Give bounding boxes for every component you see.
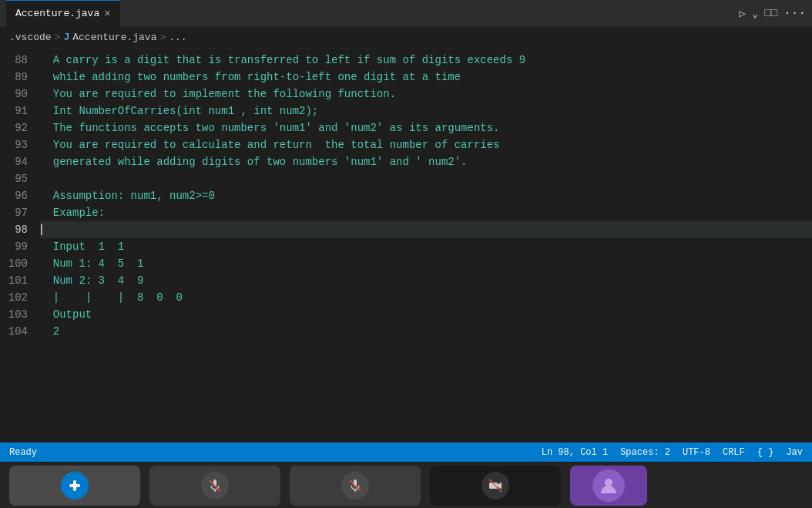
editor-line-100: 100 Num 1: 4 5 1 (0, 255, 812, 272)
line-content-94: generated while adding digits of two num… (40, 153, 468, 170)
tab-label: Accenture.java (15, 8, 99, 19)
editor-line-92: 92 The functions accepts two numbers 'nu… (0, 119, 812, 136)
line-content-100: Num 1: 4 5 1 (40, 255, 143, 272)
more-icon[interactable]: ⌄ (752, 7, 758, 20)
status-bar: Ready Ln 98, Col 1 Spaces: 2 UTF-8 CRLF … (0, 442, 812, 462)
editor-line-103: 103 Output (0, 306, 812, 323)
line-content-98 (40, 221, 812, 238)
editor-line-91: 91 Int NumberOfCarries(int num1 , int nu… (0, 103, 812, 119)
line-number-88: 88 (0, 52, 40, 69)
breadcrumb: .vscode > J Accenture.java > ... (0, 27, 812, 49)
editor-content: 88 A carry is a digit that is transferre… (0, 49, 812, 442)
line-content-93: You are required to calculate and return… (40, 136, 500, 153)
layout-icon[interactable]: □□ (764, 7, 777, 19)
breadcrumb-ellipsis[interactable]: ... (169, 32, 186, 43)
line-content-99: Input 1 1 (40, 238, 124, 255)
line-number-89: 89 (0, 69, 40, 86)
breadcrumb-vscode[interactable]: .vscode (9, 32, 52, 43)
line-number-94: 94 (0, 153, 40, 170)
editor-line-95: 95 (0, 170, 812, 187)
status-ready: Ready (9, 447, 37, 458)
line-number-92: 92 (0, 119, 40, 136)
status-encoding[interactable]: UTF-8 (683, 447, 710, 458)
taskbar-item-1[interactable] (149, 466, 280, 506)
line-content-104: 2 (40, 323, 59, 340)
taskbar-icon-3 (481, 472, 509, 500)
line-number-96: 96 (0, 187, 40, 204)
line-number-99: 99 (0, 238, 40, 255)
line-number-101: 101 (0, 272, 40, 289)
line-content-88: A carry is a digit that is transferred t… (40, 52, 525, 69)
taskbar-item-0[interactable] (9, 466, 140, 506)
breadcrumb-sep1: > (55, 32, 61, 43)
line-content-103: Output (40, 306, 92, 323)
tab-close-button[interactable]: × (104, 8, 110, 20)
editor-area: 88 A carry is a digit that is transferre… (0, 49, 812, 442)
line-number-103: 103 (0, 306, 40, 323)
taskbar-icon-0 (61, 472, 89, 500)
line-content-92: The functions accepts two numbers 'num1'… (40, 119, 500, 136)
line-content-96: Assumption: num1, num2>=0 (40, 187, 215, 204)
editor-line-88: 88 A carry is a digit that is transferre… (0, 52, 812, 69)
line-number-98: 98 (0, 221, 40, 238)
editor-line-89: 89 while adding two numbers from right-t… (0, 69, 812, 86)
taskbar-icon-4 (592, 469, 625, 502)
line-number-100: 100 (0, 255, 40, 272)
text-cursor (41, 224, 42, 235)
svg-point-10 (605, 479, 612, 486)
editor-line-98: 98 (0, 221, 812, 238)
breadcrumb-j-icon: J (63, 32, 69, 43)
taskbar-item-4[interactable] (570, 466, 647, 506)
status-right: Ln 98, Col 1 Spaces: 2 UTF-8 CRLF { } Ja… (542, 447, 803, 458)
status-position[interactable]: Ln 98, Col 1 (542, 447, 608, 458)
line-number-104: 104 (0, 323, 40, 340)
line-content-97: Example: (40, 204, 105, 221)
taskbar-icon-2 (341, 472, 369, 500)
line-number-95: 95 (0, 170, 40, 187)
taskbar-item-3[interactable] (430, 466, 561, 506)
editor-line-90: 90 You are required to implement the fol… (0, 86, 812, 103)
editor-line-101: 101 Num 2: 3 4 9 (0, 272, 812, 289)
status-spaces[interactable]: Spaces: 2 (620, 447, 670, 458)
line-content-89: while adding two numbers from right-to-l… (40, 69, 461, 86)
editor-line-96: 96 Assumption: num1, num2>=0 (0, 187, 812, 204)
status-line-ending[interactable]: CRLF (723, 447, 745, 458)
editor-line-99: 99 Input 1 1 (0, 238, 812, 255)
svg-rect-1 (73, 480, 76, 491)
breadcrumb-sep2: > (159, 32, 166, 43)
status-language[interactable]: Jav (786, 447, 803, 458)
line-number-93: 93 (0, 136, 40, 153)
taskbar-icon-1 (201, 472, 229, 500)
ellipsis-icon[interactable]: ··· (783, 6, 806, 20)
line-content-90: You are required to implement the follow… (40, 86, 396, 103)
taskbar-item-2[interactable] (290, 466, 421, 506)
title-actions: ▷ ⌄ □□ ··· (740, 6, 807, 20)
line-content-102: | | | 8 0 0 (40, 289, 183, 306)
line-number-90: 90 (0, 86, 40, 103)
editor-line-94: 94 generated while adding digits of two … (0, 153, 812, 170)
line-number-91: 91 (0, 103, 40, 119)
line-number-97: 97 (0, 204, 40, 221)
editor-tab[interactable]: Accenture.java × (6, 0, 120, 27)
status-braces[interactable]: { } (757, 447, 774, 458)
editor-line-104: 104 2 (0, 323, 812, 340)
line-content-101: Num 2: 3 4 9 (40, 272, 143, 289)
line-content-91: Int NumberOfCarries(int num1 , int num2)… (40, 103, 318, 119)
editor-line-93: 93 You are required to calculate and ret… (0, 136, 812, 153)
taskbar (0, 462, 812, 508)
title-bar: Accenture.java × ▷ ⌄ □□ ··· (0, 0, 812, 27)
breadcrumb-file[interactable]: Accenture.java (72, 32, 156, 43)
editor-line-97: 97 Example: (0, 204, 812, 221)
line-number-102: 102 (0, 289, 40, 306)
status-left: Ready (9, 447, 37, 458)
editor-line-102: 102 | | | 8 0 0 (0, 289, 812, 306)
run-icon[interactable]: ▷ (740, 7, 746, 20)
